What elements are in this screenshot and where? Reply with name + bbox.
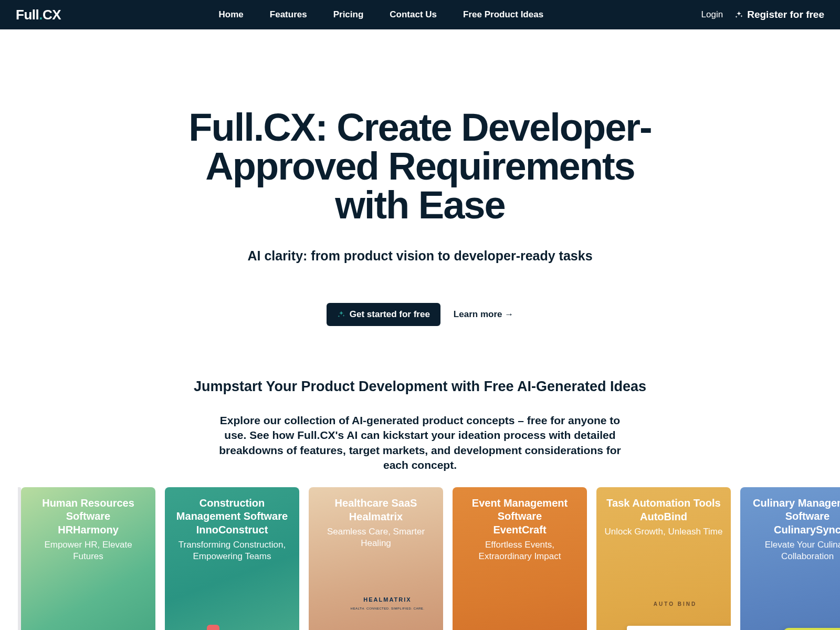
card-header: Event Management Software EventCraft Eff… (453, 487, 587, 570)
card-name: CulinarySync (748, 524, 840, 536)
register-label: Register for free (747, 9, 824, 20)
section-title: Jumpstart Your Product Development with … (21, 379, 819, 395)
card-name: AutoBind (604, 511, 723, 523)
card-image: HEALMATRIX HEALTH. CONNECTED. SIMPLIFIED… (309, 570, 443, 630)
nav-contact[interactable]: Contact Us (390, 9, 437, 20)
card-name: InnoConstruct (172, 524, 292, 536)
hero-title: Full.CX: Create Developer-Approved Requi… (184, 108, 656, 225)
card-image (740, 570, 840, 630)
card-category: Human Resources Software (28, 497, 148, 523)
card-header: Construction Management Software InnoCon… (165, 487, 299, 570)
card-header: Human Resources Software HRHarmony Empow… (21, 487, 155, 570)
register-button[interactable]: Register for free (734, 9, 824, 20)
get-started-button[interactable]: Get started for free (327, 303, 440, 326)
sparkle-icon (337, 310, 345, 319)
card-tagline: Unlock Growth, Unleash Time (604, 526, 723, 537)
card-category: Construction Management Software (172, 497, 292, 523)
card-header: Task Automation Tools AutoBind Unlock Gr… (596, 487, 731, 545)
get-started-label: Get started for free (350, 309, 430, 320)
hero-actions: Get started for free Learn more → (21, 303, 819, 326)
card-header: Healthcare SaaS Healmatrix Seamless Care… (309, 487, 443, 557)
product-card-culinarysync[interactable]: Culinary Management Software CulinarySyn… (740, 487, 840, 630)
card-logo-text: HEALMATRIX (332, 596, 443, 603)
section-desc: Explore our collection of AI-generated p… (215, 413, 625, 472)
card-tagline: Empower HR, Elevate Futures (28, 539, 148, 562)
card-tagline: Transforming Construction, Empowering Te… (172, 539, 292, 562)
card-logo-subtext: HEALTH. CONNECTED. SIMPLIFIED. CARE. (332, 607, 443, 610)
card-image: Innoconstruct (165, 570, 299, 630)
card-tagline: Effortless Events, Extraordinary Impact (460, 539, 580, 562)
nav-center: Home Features Pricing Contact Us Free Pr… (61, 9, 701, 20)
nav-free-ideas[interactable]: Free Product Ideas (463, 9, 543, 20)
card-header: Culinary Management Software CulinarySyn… (740, 487, 840, 570)
card-image: EventCraft (453, 570, 587, 630)
product-card-eventcraft[interactable]: Event Management Software EventCraft Eff… (453, 487, 587, 630)
nav-pricing[interactable]: Pricing (333, 9, 364, 20)
card-tagline: Elevate Your Culinary Collaboration (748, 539, 840, 562)
header: Full.CX Home Features Pricing Contact Us… (0, 0, 840, 29)
product-card-autobind[interactable]: Task Automation Tools AutoBind Unlock Gr… (596, 487, 731, 630)
product-card-hrharmony[interactable]: Human Resources Software HRHarmony Empow… (21, 487, 155, 630)
product-card-innoconstruct[interactable]: Construction Management Software InnoCon… (165, 487, 299, 630)
hero-subtitle: AI clarity: from product vision to devel… (21, 248, 819, 264)
hero: Full.CX: Create Developer-Approved Requi… (0, 29, 840, 358)
logo-dot: . (39, 7, 43, 23)
card-image: AUTO BIND (596, 570, 731, 630)
card-name: EventCraft (460, 524, 580, 536)
login-link[interactable]: Login (701, 9, 723, 20)
product-card-healmatrix[interactable]: Healthcare SaaS Healmatrix Seamless Care… (309, 487, 443, 630)
card-tagline: Seamless Care, Smarter Healing (316, 526, 436, 549)
product-cards-row: Human Resources Software HRHarmony Empow… (0, 487, 840, 630)
ideas-section: Jumpstart Your Product Development with … (0, 358, 840, 487)
card-logo-text: AUTO BIND (620, 601, 731, 607)
card-category: Healthcare SaaS (316, 497, 436, 510)
nav-right: Login Register for free (701, 9, 824, 20)
card-image (21, 570, 155, 630)
nav-features[interactable]: Features (270, 9, 307, 20)
learn-more-link[interactable]: Learn more → (454, 309, 513, 320)
sparkle-icon (734, 10, 743, 19)
card-name: Healmatrix (316, 511, 436, 523)
nav-home[interactable]: Home (219, 9, 244, 20)
logo[interactable]: Full.CX (16, 7, 61, 23)
card-category: Task Automation Tools (604, 497, 723, 510)
card-category: Culinary Management Software (748, 497, 840, 523)
logo-text-pre: Full (16, 7, 39, 23)
logo-text-post: CX (43, 7, 61, 23)
card-name: HRHarmony (28, 524, 148, 536)
card-category: Event Management Software (460, 497, 580, 523)
